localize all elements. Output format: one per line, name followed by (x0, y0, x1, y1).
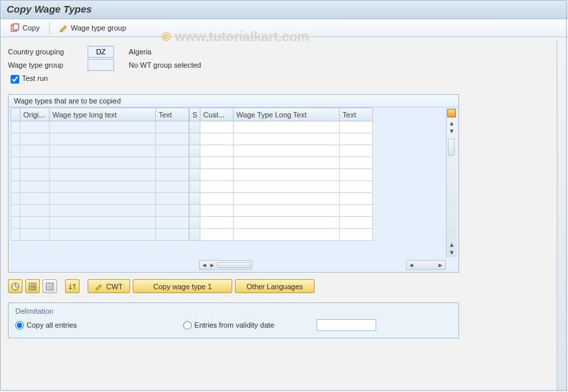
svg-rect-3 (29, 283, 36, 290)
col-s[interactable]: S (190, 108, 200, 121)
table-row[interactable] (190, 205, 373, 217)
wage-types-table-frame: Wage types that are to be copied Origi..… (8, 94, 459, 273)
col-text-right[interactable]: Text (340, 108, 373, 121)
scrollbar-thumb-h[interactable] (217, 262, 250, 268)
wage-types-table-right[interactable]: S Cust... Wage Type Long Text Text (189, 107, 373, 241)
select-all-button[interactable] (25, 279, 40, 293)
table-row[interactable] (11, 145, 189, 157)
left-horizontal-scrollbar[interactable]: ◂ ▸ (199, 260, 252, 270)
table-row[interactable] (190, 217, 373, 229)
scroll-right-icon-r[interactable]: ▸ (437, 261, 445, 269)
table-row[interactable] (11, 205, 189, 217)
country-grouping-row: Country grouping Algeria (8, 45, 561, 58)
table-row[interactable] (11, 193, 189, 205)
wage-type-group-button-label: Wage type group (71, 24, 126, 32)
svg-rect-1 (13, 24, 19, 30)
wage-type-group-label: Wage type group (8, 61, 88, 69)
col-original[interactable]: Origi... (21, 108, 50, 121)
scroll-left-icon-r[interactable]: ◂ (407, 261, 415, 269)
other-languages-label: Other Languages (247, 283, 303, 291)
table-row[interactable] (11, 157, 189, 169)
window-vertical-scrollbar[interactable] (557, 40, 567, 391)
grid-outline-icon (46, 283, 54, 291)
col-wage-type-long-text-left[interactable]: Wage type long text (50, 108, 156, 121)
deselect-all-button[interactable] (42, 279, 57, 293)
test-run-checkbox[interactable] (11, 75, 19, 84)
delimitation-legend: Delimitation (15, 307, 452, 315)
wage-types-table-left[interactable]: Origi... Wage type long text Text (11, 107, 189, 241)
content-area: Country grouping Algeria Wage type group… (0, 37, 568, 344)
clock-icon (11, 283, 19, 291)
sort-button[interactable] (65, 279, 80, 293)
table-row[interactable] (190, 157, 373, 169)
copy-icon (11, 23, 20, 33)
entries-from-validity-date-option[interactable]: Entries from validity date (183, 319, 376, 331)
pencil-icon (59, 23, 68, 33)
wage-type-group-row: Wage type group No WT group selected (8, 58, 561, 72)
right-horizontal-scrollbar[interactable]: ◂ ▸ (406, 260, 446, 270)
copy-wage-type-1-label: Copy wage type 1 (153, 283, 212, 291)
svg-rect-4 (46, 283, 53, 290)
table-row[interactable] (190, 169, 373, 181)
test-run-label: Test run (22, 74, 48, 82)
table-row[interactable] (190, 121, 373, 133)
table-row[interactable] (11, 217, 189, 229)
scroll-down-bottom-icon[interactable]: ▾ (448, 248, 456, 256)
copy-button[interactable]: Copy (7, 22, 44, 34)
cwt-button-label: CWT (106, 283, 123, 291)
wage-types-table-caption: Wage types that are to be copied (9, 95, 459, 107)
entries-from-validity-date-label: Entries from validity date (194, 321, 274, 329)
pencil-icon (95, 282, 104, 291)
toolbar-separator (49, 22, 50, 34)
validity-date-input[interactable] (317, 319, 376, 331)
scroll-right-icon[interactable]: ▸ (208, 261, 216, 269)
toolbar: Copy Wage type group (0, 19, 568, 37)
copy-button-label: Copy (23, 24, 40, 32)
scroll-down-icon[interactable]: ▾ (448, 127, 456, 135)
grid-icon (29, 283, 36, 291)
action-row: CWT Copy wage type 1 Other Languages (8, 279, 561, 293)
copy-wage-type-1-button[interactable]: Copy wage type 1 (133, 279, 232, 293)
country-grouping-input[interactable] (88, 46, 114, 58)
delimitation-groupbox: Delimitation Copy all entries Entries fr… (8, 302, 459, 338)
table-row[interactable] (190, 229, 373, 241)
page-title: Copy Wage Types (0, 0, 568, 19)
entries-from-validity-date-radio[interactable] (183, 321, 192, 330)
table-row[interactable] (190, 133, 373, 145)
col-text-left[interactable]: Text (156, 108, 189, 121)
col-cust[interactable]: Cust... (200, 108, 234, 121)
scroll-left-icon[interactable]: ◂ (200, 261, 208, 269)
table-row[interactable] (190, 145, 373, 157)
wage-type-group-input[interactable] (88, 59, 114, 71)
other-languages-button[interactable]: Other Languages (235, 279, 315, 293)
table-row[interactable] (11, 181, 189, 193)
table-vertical-scrollbar[interactable]: ▴ ▾ ▴ ▾ (446, 107, 457, 257)
copy-all-entries-label: Copy all entries (27, 321, 77, 329)
table-row[interactable] (11, 169, 189, 181)
cwt-button[interactable]: CWT (88, 279, 130, 293)
copy-all-entries-radio[interactable] (15, 321, 24, 330)
table-row[interactable] (11, 133, 189, 145)
scrollbar-thumb[interactable] (448, 139, 455, 156)
country-grouping-label: Country grouping (8, 48, 88, 56)
col-wage-type-long-text-right[interactable]: Wage Type Long Text (234, 108, 340, 121)
copy-all-entries-option[interactable]: Copy all entries (15, 319, 77, 331)
table-row[interactable] (190, 181, 373, 193)
test-run-row: Test run (8, 72, 561, 85)
execute-button[interactable] (8, 279, 23, 293)
sort-icon (68, 283, 76, 291)
row-selector-header (11, 108, 21, 121)
country-grouping-text: Algeria (129, 48, 151, 56)
table-row[interactable] (11, 121, 189, 133)
scroll-up-bottom-icon[interactable]: ▴ (448, 240, 456, 248)
wage-type-group-button[interactable]: Wage type group (55, 22, 130, 34)
wage-type-group-text: No WT group selected (129, 61, 201, 69)
scroll-up-icon[interactable]: ▴ (448, 119, 456, 127)
table-row[interactable] (11, 229, 189, 241)
table-layout-button[interactable] (447, 109, 456, 117)
table-row[interactable] (190, 193, 373, 205)
